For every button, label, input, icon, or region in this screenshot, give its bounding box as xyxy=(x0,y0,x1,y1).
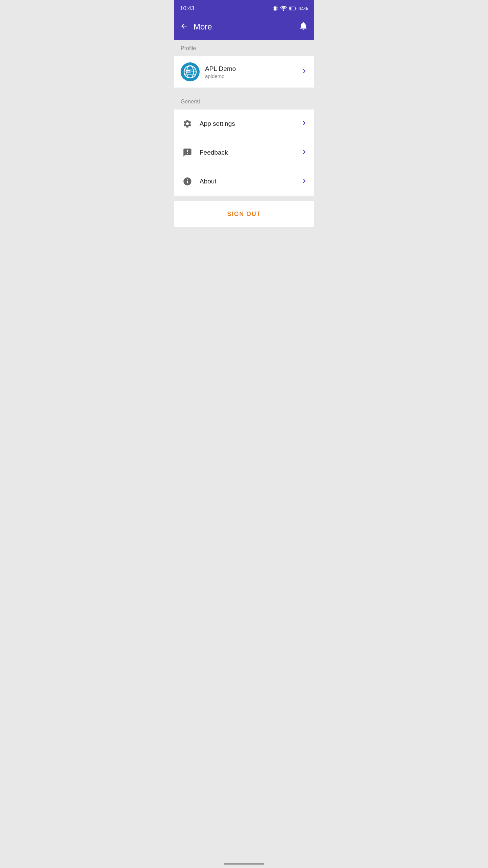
profile-name: APL Demo xyxy=(205,65,301,73)
svg-rect-4 xyxy=(277,9,278,10)
status-bar: 10:43 34% xyxy=(174,0,314,16)
app-settings-label: App settings xyxy=(200,120,301,127)
profile-card: esri APL Demo apldemo xyxy=(174,56,314,88)
svg-rect-6 xyxy=(296,8,296,9)
battery-icon xyxy=(289,6,297,11)
general-section-header: General xyxy=(174,93,314,110)
general-card: App settings Feedback About xyxy=(174,110,314,196)
avatar: esri xyxy=(181,62,200,81)
section-divider-2 xyxy=(174,196,314,201)
feedback-row[interactable]: Feedback xyxy=(174,138,314,167)
gear-icon xyxy=(181,117,194,131)
status-icons: 34% xyxy=(272,5,308,12)
info-icon xyxy=(181,175,194,188)
bottom-area xyxy=(174,227,314,329)
about-chevron-icon xyxy=(301,177,307,186)
profile-row[interactable]: esri APL Demo apldemo xyxy=(174,56,314,88)
feedback-icon xyxy=(181,146,194,159)
signout-button[interactable]: SIGN OUT xyxy=(227,211,261,218)
svg-rect-0 xyxy=(274,6,277,11)
svg-text:esri: esri xyxy=(186,70,191,73)
page-title: More xyxy=(194,22,212,32)
app-settings-row[interactable]: App settings xyxy=(174,110,314,138)
about-label: About xyxy=(200,178,301,185)
profile-section-header: Profile xyxy=(174,40,314,56)
toolbar: More xyxy=(174,16,314,40)
vibrate-icon xyxy=(272,5,278,12)
profile-info: APL Demo apldemo xyxy=(205,65,301,79)
svg-rect-7 xyxy=(289,7,291,9)
battery-percent: 34% xyxy=(299,6,308,11)
feedback-chevron-icon xyxy=(301,149,307,157)
esri-logo: esri xyxy=(181,62,200,81)
section-divider-1 xyxy=(174,88,314,93)
svg-rect-3 xyxy=(277,7,278,8)
notification-bell-icon[interactable] xyxy=(299,21,308,33)
wifi-icon xyxy=(280,6,287,11)
app-settings-chevron-icon xyxy=(301,120,307,128)
status-time: 10:43 xyxy=(180,5,195,12)
back-button[interactable] xyxy=(180,22,188,32)
signout-section: SIGN OUT xyxy=(174,201,314,227)
svg-rect-1 xyxy=(273,7,273,8)
profile-username: apldemo xyxy=(205,73,301,79)
feedback-label: Feedback xyxy=(200,149,301,156)
about-row[interactable]: About xyxy=(174,167,314,196)
svg-rect-2 xyxy=(273,9,273,10)
toolbar-left: More xyxy=(180,22,212,32)
profile-chevron-icon xyxy=(301,68,307,76)
